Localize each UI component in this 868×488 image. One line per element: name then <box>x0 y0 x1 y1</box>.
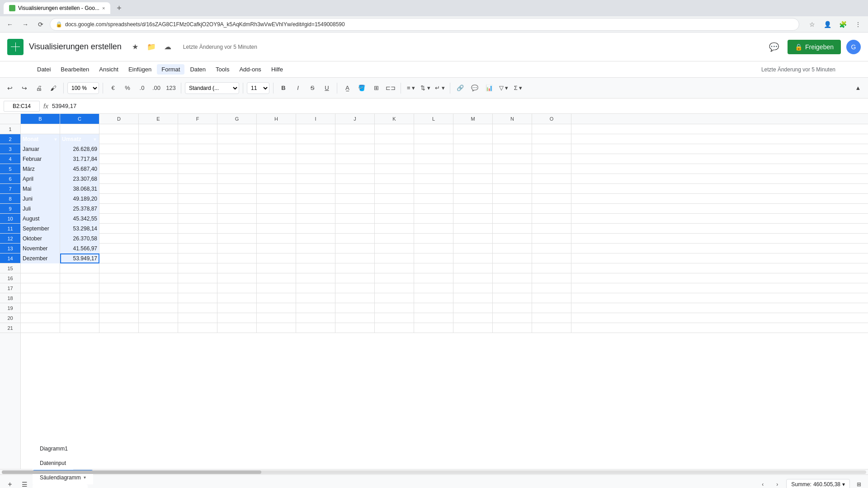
cell-i3[interactable] <box>296 144 335 154</box>
bold-button[interactable]: B <box>277 82 290 94</box>
cell-e4[interactable] <box>139 154 178 164</box>
cell-f4[interactable] <box>178 154 217 164</box>
cell-reference-input[interactable] <box>4 101 40 112</box>
cell-o14[interactable] <box>532 253 571 263</box>
cell-b20[interactable] <box>21 313 60 323</box>
cell-l11[interactable] <box>414 224 453 234</box>
cell-b10[interactable]: August <box>21 214 60 224</box>
cell-i18[interactable] <box>296 293 335 303</box>
format123-button[interactable]: 123 <box>165 82 177 94</box>
cell-o1[interactable] <box>532 124 571 134</box>
cell-j16[interactable] <box>335 273 375 283</box>
font-size-select[interactable]: 11 <box>247 82 269 94</box>
comment-button[interactable]: 💬 <box>468 82 481 94</box>
cell-f17[interactable] <box>178 283 217 293</box>
cell-o19[interactable] <box>532 303 571 313</box>
cell-c19[interactable] <box>60 303 99 313</box>
menu-hilfe[interactable]: Hilfe <box>267 64 288 75</box>
row-3[interactable]: 3 <box>0 144 20 154</box>
cell-e18[interactable] <box>139 293 178 303</box>
menu-format[interactable]: Format <box>157 64 184 75</box>
menu-button[interactable]: ⋮ <box>852 18 864 31</box>
cell-b16[interactable] <box>21 273 60 283</box>
cell-k6[interactable] <box>375 174 414 184</box>
bookmark-button[interactable]: ☆ <box>806 18 818 31</box>
cell-g11[interactable] <box>217 224 257 234</box>
cell-k11[interactable] <box>375 224 414 234</box>
row-13[interactable]: 13 <box>0 244 20 253</box>
row-8[interactable]: 8 <box>0 194 20 204</box>
cell-n15[interactable] <box>493 263 532 273</box>
cell-d5[interactable] <box>99 164 139 174</box>
cell-c15[interactable] <box>60 263 99 273</box>
strikethrough-button[interactable]: S <box>306 82 319 94</box>
col-header-i[interactable]: I <box>296 114 335 124</box>
cell-n14[interactable] <box>493 253 532 263</box>
cell-g1[interactable] <box>217 124 257 134</box>
cell-j21[interactable] <box>335 323 375 333</box>
cell-l13[interactable] <box>414 244 453 253</box>
cell-g15[interactable] <box>217 263 257 273</box>
cell-i16[interactable] <box>296 273 335 283</box>
cell-o17[interactable] <box>532 283 571 293</box>
link-button[interactable]: 🔗 <box>454 82 467 94</box>
cell-c16[interactable] <box>60 273 99 283</box>
cell-c13[interactable]: 41.566,97 <box>60 244 99 253</box>
currency-button[interactable]: € <box>107 82 119 94</box>
cell-o21[interactable] <box>532 323 571 333</box>
cell-d4[interactable] <box>99 154 139 164</box>
cell-e14[interactable] <box>139 253 178 263</box>
cell-c8[interactable]: 49.189,20 <box>60 194 99 204</box>
cell-l5[interactable] <box>414 164 453 174</box>
cell-c6[interactable]: 23.307,68 <box>60 174 99 184</box>
cell-l2[interactable] <box>414 134 453 144</box>
cell-k4[interactable] <box>375 154 414 164</box>
cell-i13[interactable] <box>296 244 335 253</box>
cell-g10[interactable] <box>217 214 257 224</box>
menu-tools[interactable]: Tools <box>211 64 234 75</box>
active-tab[interactable]: Visualisierungen erstellen - Goo... × <box>4 2 110 14</box>
cell-h17[interactable] <box>257 283 296 293</box>
col-header-e[interactable]: E <box>139 114 178 124</box>
cell-i6[interactable] <box>296 174 335 184</box>
cell-i1[interactable] <box>296 124 335 134</box>
cell-c1[interactable] <box>60 124 99 134</box>
cell-h13[interactable] <box>257 244 296 253</box>
cell-k20[interactable] <box>375 313 414 323</box>
cell-n17[interactable] <box>493 283 532 293</box>
cell-j11[interactable] <box>335 224 375 234</box>
cell-o12[interactable] <box>532 234 571 244</box>
cell-f6[interactable] <box>178 174 217 184</box>
cell-h15[interactable] <box>257 263 296 273</box>
cell-h18[interactable] <box>257 293 296 303</box>
number-format-select[interactable]: Standard (... <box>185 82 239 94</box>
cell-i17[interactable] <box>296 283 335 293</box>
row-11[interactable]: 11 <box>0 224 20 234</box>
cell-j13[interactable] <box>335 244 375 253</box>
cell-g12[interactable] <box>217 234 257 244</box>
col-header-k[interactable]: K <box>375 114 414 124</box>
percent-button[interactable]: % <box>121 82 134 94</box>
decimal-up-button[interactable]: .00 <box>150 82 163 94</box>
cell-g8[interactable] <box>217 194 257 204</box>
cell-h8[interactable] <box>257 194 296 204</box>
cell-j9[interactable] <box>335 204 375 214</box>
cell-i11[interactable] <box>296 224 335 234</box>
cell-f10[interactable] <box>178 214 217 224</box>
valign-button[interactable]: ⇅ ▾ <box>419 82 432 94</box>
cell-g2[interactable] <box>217 134 257 144</box>
cell-k13[interactable] <box>375 244 414 253</box>
cell-l18[interactable] <box>414 293 453 303</box>
cell-i20[interactable] <box>296 313 335 323</box>
col-header-d[interactable]: D <box>99 114 139 124</box>
cell-j10[interactable] <box>335 214 375 224</box>
cell-d21[interactable] <box>99 323 139 333</box>
cell-d9[interactable] <box>99 204 139 214</box>
cell-g4[interactable] <box>217 154 257 164</box>
row-21[interactable]: 21 <box>0 323 20 333</box>
cell-m16[interactable] <box>453 273 493 283</box>
cell-h16[interactable] <box>257 273 296 283</box>
undo-button[interactable]: ↩ <box>4 82 16 94</box>
cell-j14[interactable] <box>335 253 375 263</box>
print-button[interactable]: 🖨 <box>33 82 45 94</box>
